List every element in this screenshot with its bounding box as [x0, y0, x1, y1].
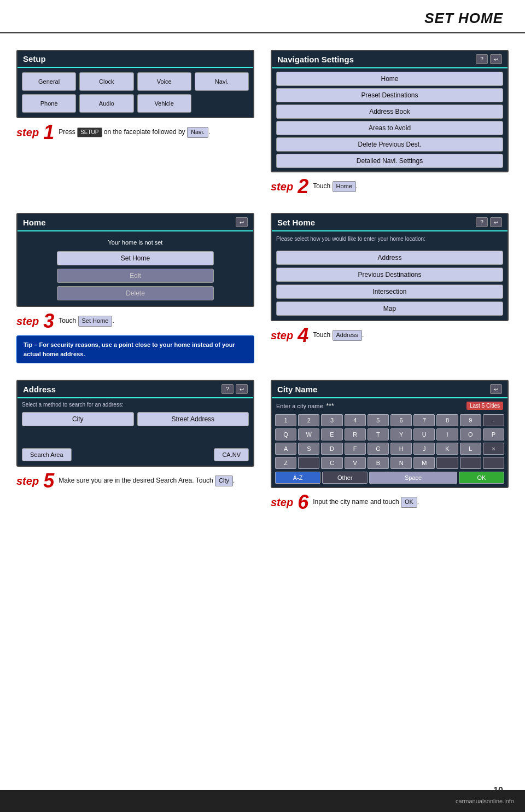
step4-list: Address Previous Destinations Intersecti…: [272, 246, 508, 320]
key-z[interactable]: Z: [275, 457, 296, 469]
step1-setup-grid: General Clock Voice Navi. Phone Audio Ve…: [18, 68, 253, 117]
key-f[interactable]: F: [345, 443, 366, 455]
setup-btn-vehicle[interactable]: Vehicle: [137, 94, 191, 113]
nav-areas-btn[interactable]: Areas to Avoid: [276, 121, 503, 135]
step4-intersection-btn[interactable]: Intersection: [276, 285, 503, 299]
step5-help-icon[interactable]: ?: [221, 384, 234, 394]
step6-back-icon[interactable]: ↩: [490, 384, 502, 394]
key-r[interactable]: R: [345, 428, 366, 440]
step3-set-home-ref: Set Home: [78, 316, 113, 326]
step6-num: 6: [298, 492, 308, 512]
key-i[interactable]: I: [436, 428, 458, 440]
key-other[interactable]: Other: [322, 472, 368, 484]
key-w[interactable]: W: [298, 428, 319, 440]
key-4[interactable]: 4: [345, 414, 366, 426]
key-s[interactable]: S: [298, 443, 319, 455]
key-q[interactable]: Q: [275, 428, 296, 440]
key-3[interactable]: 3: [321, 414, 342, 426]
key-8[interactable]: 8: [436, 414, 458, 426]
key-d[interactable]: D: [321, 443, 342, 455]
step5-screen-title: Address: [23, 385, 56, 394]
step1-screen-title: Setup: [23, 54, 46, 63]
step2-num: 2: [298, 177, 308, 196]
step4-prev-dest-btn[interactable]: Previous Destinations: [276, 268, 503, 282]
key-l[interactable]: L: [460, 443, 481, 455]
nav-delete-prev-btn[interactable]: Delete Previous Dest.: [276, 137, 503, 152]
key-6[interactable]: 6: [390, 414, 412, 426]
step5-back-icon[interactable]: ↩: [236, 384, 248, 394]
step3-screen: Home ↩ Your home is not set Set Home Edi…: [16, 213, 254, 307]
nav-address-book-btn[interactable]: Address Book: [276, 105, 503, 119]
step3-home-body: Your home is not set Set Home Edit Delet…: [18, 231, 253, 306]
step6-screen: City Name ↩ Enter a city name *** Last 5…: [271, 380, 509, 488]
key-m[interactable]: M: [413, 457, 435, 469]
step3-edit-btn[interactable]: Edit: [57, 269, 214, 283]
step5-subtitle: Select a method to search for an address…: [18, 398, 253, 409]
step5-search-area-btn[interactable]: Search Area: [22, 448, 72, 461]
key-5[interactable]: 5: [368, 414, 389, 426]
step5-city-btn[interactable]: City: [22, 412, 134, 426]
setup-btn-empty: [195, 94, 249, 113]
step4-num: 4: [298, 326, 308, 345]
step1-block: Setup General Clock Voice Navi. Phone Au…: [16, 50, 254, 196]
nav-preset-btn[interactable]: Preset Destinations: [276, 88, 503, 102]
key-j[interactable]: J: [413, 443, 435, 455]
step3-delete-btn[interactable]: Delete: [57, 286, 214, 300]
step4-map-btn[interactable]: Map: [276, 301, 503, 316]
key-p[interactable]: P: [483, 428, 504, 440]
key-7[interactable]: 7: [413, 414, 435, 426]
key-ok[interactable]: OK: [459, 472, 504, 484]
step3-back-icon[interactable]: ↩: [236, 217, 248, 227]
setup-btn-audio[interactable]: Audio: [79, 94, 133, 113]
setup-btn-navi[interactable]: Navi.: [195, 72, 249, 91]
step3-screen-icons: ↩: [236, 217, 248, 227]
key-k[interactable]: K: [436, 443, 458, 455]
step4-help-icon[interactable]: ?: [476, 217, 488, 227]
key-az[interactable]: A-Z: [275, 472, 320, 484]
key-dash[interactable]: -: [483, 414, 504, 426]
key-y[interactable]: Y: [390, 428, 412, 440]
key-backspace[interactable]: ×: [483, 443, 504, 455]
step3-info-text: Your home is not set: [108, 237, 163, 248]
step4-screen-header: Set Home ? ↩: [272, 214, 508, 231]
setup-btn-clock[interactable]: Clock: [79, 72, 133, 91]
nav-detailed-btn[interactable]: Detailed Navi. Settings: [276, 154, 503, 168]
key-c[interactable]: C: [321, 457, 342, 469]
nav-home-btn[interactable]: Home: [276, 72, 503, 86]
key-e[interactable]: E: [321, 428, 342, 440]
key-v[interactable]: V: [345, 457, 366, 469]
key-a[interactable]: A: [275, 443, 296, 455]
step3-set-home-btn[interactable]: Set Home: [57, 251, 214, 265]
key-b[interactable]: B: [368, 457, 389, 469]
key-9[interactable]: 9: [460, 414, 481, 426]
step6-input-row: Enter a city name *** Last 5 Cities: [272, 398, 508, 413]
step1-num: 1: [43, 123, 54, 142]
step3-tip-box: Tip – For security reasons, use a point …: [16, 335, 254, 363]
key-o[interactable]: O: [460, 428, 481, 440]
step6-last-cities[interactable]: Last 5 Cities: [466, 402, 503, 410]
setup-btn-voice[interactable]: Voice: [137, 72, 191, 91]
key-empty4: [483, 457, 504, 469]
step2-back-icon[interactable]: ↩: [490, 54, 502, 64]
key-space[interactable]: Space: [369, 472, 457, 484]
key-1[interactable]: 1: [275, 414, 296, 426]
step2-help-icon[interactable]: ?: [476, 54, 488, 64]
step5-screen: Address ? ↩ Select a method to search fo…: [16, 380, 254, 467]
key-g[interactable]: G: [368, 443, 389, 455]
key-2[interactable]: 2: [298, 414, 319, 426]
page-header: SET HOME: [0, 0, 525, 33]
key-t[interactable]: T: [368, 428, 389, 440]
step1-desc: Press SETUP on the faceplate followed by…: [59, 127, 254, 137]
step6-key-row3: A S D F G H J K L ×: [272, 442, 508, 456]
step5-bottom-row: Search Area CA.NV: [18, 446, 253, 466]
step5-street-btn[interactable]: Street Address: [137, 412, 249, 426]
setup-btn-general[interactable]: General: [22, 72, 76, 91]
step3-desc: Touch Set Home.: [59, 316, 254, 326]
key-u[interactable]: U: [413, 428, 435, 440]
step4-back-icon[interactable]: ↩: [490, 217, 502, 227]
step2-screen: Navigation Settings ? ↩ Home Preset Dest…: [271, 50, 509, 172]
setup-btn-phone[interactable]: Phone: [22, 94, 76, 113]
key-n[interactable]: N: [390, 457, 412, 469]
step4-address-btn[interactable]: Address: [276, 251, 503, 265]
key-h[interactable]: H: [390, 443, 412, 455]
